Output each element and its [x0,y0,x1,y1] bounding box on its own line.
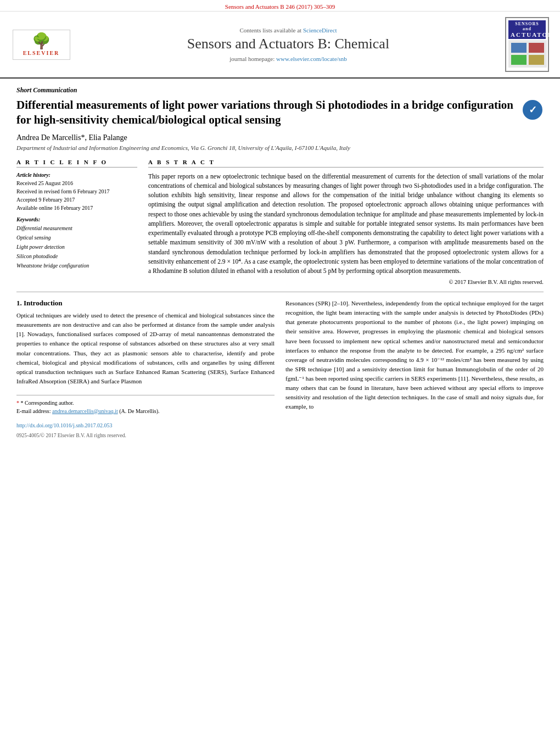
introduction-heading: 1. Introduction [16,299,275,308]
svg-rect-2 [529,43,544,53]
keyword-3: Light power detection [16,242,137,252]
crossmark-icon[interactable]: ✓ [523,100,544,121]
footnote-area: * * Corresponding author. E-mail address… [16,395,275,415]
body-right-col: Resonances (SPR) [2–10]. Nevertheless, i… [285,299,544,438]
svg-rect-4 [529,55,544,65]
elsevier-wordmark: ELSEVIER [23,50,60,56]
abstract-text: This paper reports on a new optoelectron… [148,172,544,276]
corresponding-author-note: * * Corresponding author. [16,399,275,407]
article-title-row: Differential measurements of light power… [16,98,544,128]
citation-text: Sensors and Actuators B 246 (2017) 305–3… [225,3,335,10]
copyright-line: © 2017 Elsevier B.V. All rights reserved… [148,279,544,285]
article-info-header: A R T I C L E I N F O [16,159,137,168]
journal-homepage: journal homepage: www.elsevier.com/locat… [77,55,500,62]
article-history-group: Article history: Received 25 August 2016… [16,172,137,212]
journal-center: Contents lists available at ScienceDirec… [77,27,500,62]
elsevier-logo: 🌳 ELSEVIER [11,30,71,60]
available-date: Available online 16 February 2017 [16,204,137,212]
history-label: Article history: [16,172,137,178]
info-abstract-section: A R T I C L E I N F O Article history: R… [16,159,544,286]
introduction-right-text: Resonances (SPR) [2–10]. Nevertheless, i… [285,299,544,411]
article-type: Short Communication [16,86,544,94]
issn-line: 0925-4005/© 2017 Elsevier B.V. All right… [16,433,275,438]
citation-bar: Sensors and Actuators B 246 (2017) 305–3… [0,0,560,12]
abstract-column: A B S T R A C T This paper reports on a … [148,159,544,286]
abstract-header: A B S T R A C T [148,159,544,168]
elsevier-tree-icon: 🌳 [32,34,51,49]
keywords-list: Differential measurement Optical sensing… [16,224,137,270]
sensors-logo: SENSORS and ACTUATORS [505,17,549,72]
doi-area: http://dx.doi.org/10.1016/j.snb.2017.02.… [16,421,275,429]
keyword-5: Wheatstone bridge configuration [16,261,137,270]
keyword-2: Optical sensing [16,233,137,242]
email-note: E-mail address: andrea.demarcellis@univa… [16,407,275,415]
journal-title: Sensors and Actuators B: Chemical [77,36,500,52]
contents-line: Contents lists available at ScienceDirec… [77,27,500,34]
keyword-4: Silicon photodiode [16,252,137,261]
homepage-link[interactable]: www.elsevier.com/locate/snb [276,55,347,62]
svg-rect-3 [511,55,527,65]
body-content: 1. Introduction Optical techniques are w… [16,299,544,438]
article-title: Differential measurements of light power… [16,98,517,128]
sensors-logo-text: SENSORS and ACTUATORS [508,20,546,39]
article-info-column: A R T I C L E I N F O Article history: R… [16,159,137,286]
accepted-date: Accepted 9 February 2017 [16,196,137,204]
introduction-left-text: Optical techniques are widely used to de… [16,311,275,386]
authors: Andrea De Marcellis*, Elia Palange [16,133,544,142]
main-content: Short Communication Differential measure… [0,79,560,449]
journal-header: 🌳 ELSEVIER Contents lists available at S… [0,12,560,79]
sensors-logo-image [508,40,546,69]
crossmark-symbol: ✓ [523,100,542,120]
keyword-1: Differential measurement [16,224,137,233]
sciencedirect-link[interactable]: ScienceDirect [303,27,337,34]
section-divider [16,292,544,292]
keywords-group: Keywords: Differential measurement Optic… [16,216,137,270]
keywords-label: Keywords: [16,216,137,222]
svg-rect-1 [511,43,527,53]
received-date: Received 25 August 2016 [16,179,137,187]
affiliation: Department of Industrial and Information… [16,144,544,151]
body-left-col: 1. Introduction Optical techniques are w… [16,299,275,438]
email-link[interactable]: andrea.demarcellis@univaq.it [52,408,118,414]
doi-link[interactable]: http://dx.doi.org/10.1016/j.snb.2017.02.… [16,422,113,428]
received-revised-date: Received in revised form 6 February 2017 [16,187,137,196]
